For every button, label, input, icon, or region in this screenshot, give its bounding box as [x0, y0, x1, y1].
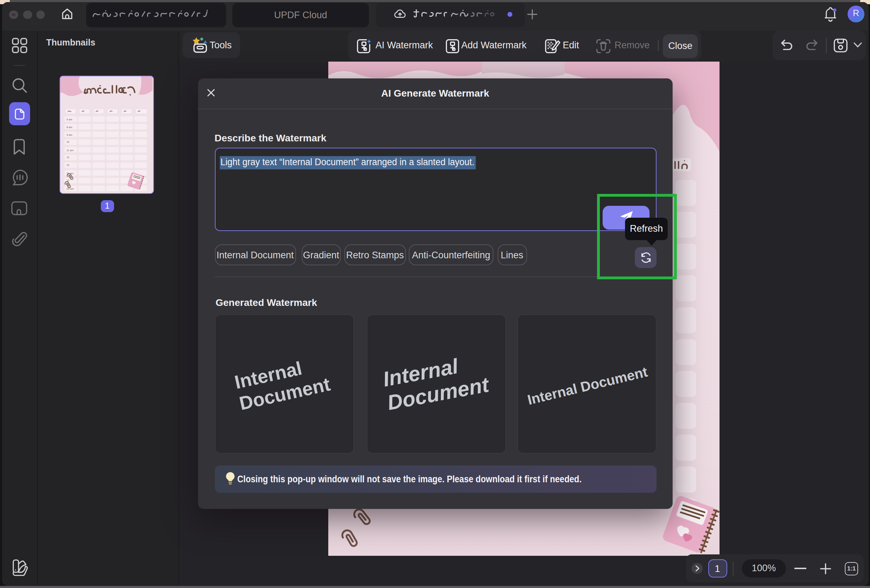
- svg-text:12: 12: [66, 155, 69, 159]
- svg-text:9 am: 9 am: [66, 118, 72, 121]
- svg-text:10: 10: [66, 163, 69, 166]
- svg-text:11 am: 11 am: [66, 148, 73, 152]
- svg-text:9 am: 9 am: [66, 133, 72, 136]
- svg-text:10: 10: [66, 140, 69, 143]
- svg-text:8 am: 8 am: [66, 125, 72, 128]
